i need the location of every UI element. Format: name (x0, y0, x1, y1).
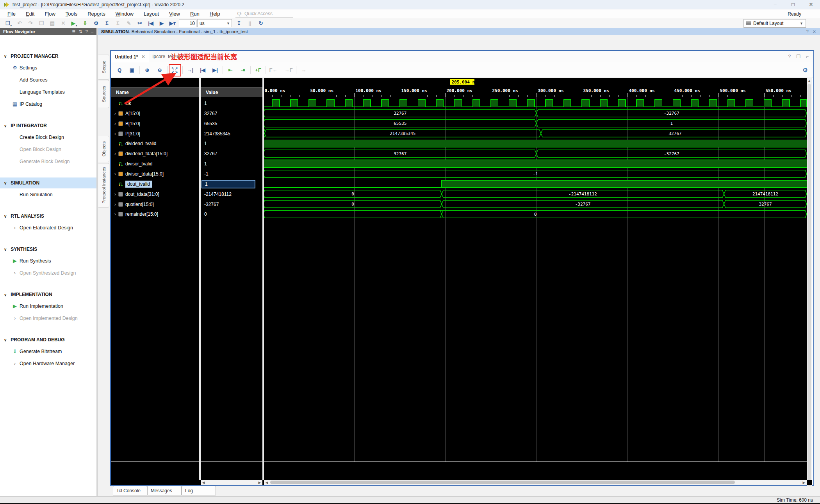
previous-marker-icon[interactable]: Γ← (268, 65, 278, 75)
next-transition-icon[interactable]: ▶| (210, 65, 220, 75)
sidebar-item-open-elaborated-design[interactable]: ›Open Elaborated Design (0, 222, 96, 234)
signal-row-A-15-0-[interactable]: ›A[15:0] (111, 108, 199, 118)
console-tab-tcl-console[interactable]: Tcl Console (113, 486, 147, 495)
sidebar-item-run-synthesis[interactable]: ▶Run Synthesis (0, 255, 96, 267)
sidebar-item-generate-bitstream[interactable]: ⇓Generate Bitstream (0, 345, 96, 357)
help-icon[interactable]: ? (788, 54, 791, 59)
report-sum-icon[interactable]: Σ (102, 19, 112, 27)
flow-nav-header-icon-2[interactable]: ? (86, 29, 88, 34)
expand-icon[interactable]: › (112, 110, 118, 116)
menu-run[interactable]: Run (185, 10, 205, 18)
run-time-input[interactable] (179, 19, 196, 27)
signal-row-dividend-tvalid[interactable]: dividend_tvalid (111, 138, 199, 148)
restart-icon[interactable]: |◀ (146, 19, 155, 27)
settings-gear-icon[interactable]: ⚙ (91, 19, 101, 27)
delete-icon[interactable]: ✕ (59, 19, 68, 27)
flow-section-ip-integrator[interactable]: ∨IP INTEGRATOR (0, 120, 96, 131)
expand-icon[interactable]: › (112, 201, 118, 207)
menu-layout[interactable]: Layout (139, 10, 164, 18)
signal-value-dout-tvalid[interactable]: 1 (201, 179, 262, 189)
wave-settings-gear-icon[interactable]: ⚙ (803, 67, 808, 74)
run-all-icon[interactable]: ▶ (157, 19, 166, 27)
signal-row-dout-tdata-31-0-[interactable]: ›dout_tdata[31:0] (111, 189, 199, 199)
time-unit-select[interactable]: us ▼ (197, 19, 232, 27)
zoom-to-cursor-icon[interactable]: →| (185, 65, 195, 75)
menu-view[interactable]: View (164, 10, 185, 18)
side-tab-scope[interactable]: Scope (98, 55, 109, 80)
flow-section-implementation[interactable]: ∨IMPLEMENTATION (0, 289, 96, 300)
side-tab-protocol-instances[interactable]: Protocol Instances (98, 163, 109, 208)
expand-icon[interactable]: › (112, 191, 118, 197)
sidebar-item-open-hardware-manager[interactable]: ›Open Hardware Manager (0, 357, 96, 369)
vertical-scrollbar[interactable]: ▲ (807, 78, 812, 504)
signal-value-dividend-tdata-15-0-[interactable]: 32767 (201, 149, 262, 158)
signal-value-B-15-0-[interactable]: 65535 (201, 119, 262, 128)
redo-icon[interactable]: ↷ (26, 19, 35, 27)
save-icon[interactable]: ▣ (127, 65, 137, 75)
minimize-button[interactable]: – (766, 0, 784, 9)
float-window-icon[interactable]: ❐ (796, 54, 800, 59)
next-marker-icon[interactable]: →Γ (283, 65, 294, 75)
scroll-up-icon[interactable]: ▲ (807, 78, 812, 83)
flow-nav-header-icon-0[interactable]: ≣ (72, 29, 75, 34)
pause-icon[interactable]: || (245, 19, 255, 27)
swap-cursors-icon[interactable]: ↔ (299, 65, 309, 75)
undo-icon[interactable]: ↶ (15, 19, 24, 27)
signal-value-divisor-tdata-15-0-[interactable]: -1 (201, 169, 262, 179)
signal-row-clk[interactable]: clk (111, 98, 199, 108)
open-project-icon[interactable]: ❒▾ (4, 19, 13, 27)
side-tab-objects[interactable]: Objects (98, 136, 109, 162)
flow-section-simulation[interactable]: ∨SIMULATION (0, 177, 96, 188)
menu-reports[interactable]: Reports (82, 10, 111, 18)
breakpoint-icon[interactable]: ✂ (135, 19, 144, 27)
signal-row-dout-tvalid[interactable]: dout_tvalid (111, 179, 199, 189)
scrollbar-thumb[interactable] (270, 481, 735, 484)
menu-flow[interactable]: Flow (39, 10, 60, 18)
copy-icon[interactable]: ❐ (37, 19, 46, 27)
menu-help[interactable]: Help (205, 10, 225, 18)
layout-selector[interactable]: Default Layout ▼ (743, 19, 806, 28)
edit-disabled-icon[interactable]: ✎ (124, 19, 134, 27)
relaunch-icon[interactable]: ↻ (256, 19, 266, 27)
sidebar-item-settings[interactable]: ⚙Settings (0, 62, 96, 74)
zoom-fit-icon[interactable]: ↖↗↙↘ (170, 65, 180, 75)
zoom-out-icon[interactable]: ⊖ (155, 65, 165, 75)
expand-icon[interactable]: › (112, 121, 118, 126)
flow-section-program-and-debug[interactable]: ∨PROGRAM AND DEBUG (0, 334, 96, 345)
expand-icon[interactable]: › (112, 151, 118, 156)
flow-section-project-manager[interactable]: ∨PROJECT MANAGER (0, 51, 96, 62)
expand-icon[interactable]: › (112, 171, 118, 177)
run-icon[interactable]: ▶▾ (70, 19, 79, 27)
scroll-right-icon[interactable]: ▶ (801, 481, 807, 484)
close-icon[interactable]: ✕ (813, 29, 816, 34)
signal-row-remainder-15-0-[interactable]: ›remainder[15:0] (111, 209, 199, 219)
signal-value-divisor-tvalid[interactable]: 1 (201, 159, 262, 169)
flow-section-synthesis[interactable]: ∨SYNTHESIS (0, 244, 96, 255)
signal-row-B-15-0-[interactable]: ›B[15:0] (111, 119, 199, 128)
zoom-in-icon[interactable]: ⊕ (142, 65, 152, 75)
scroll-left-icon[interactable]: ◀ (264, 481, 269, 484)
expand-icon[interactable]: › (112, 211, 118, 217)
close-tab-icon[interactable]: ✕ (141, 54, 145, 59)
signal-value-dividend-tvalid[interactable]: 1 (201, 138, 262, 148)
step-to-icon[interactable]: ↧ (234, 19, 244, 27)
menu-edit[interactable]: Edit (21, 10, 39, 18)
expand-icon[interactable]: › (112, 131, 118, 137)
wave-tab-untitled-1-[interactable]: Untitled 1*✕ (111, 51, 149, 62)
signal-row-P-31-0-[interactable]: ›P[31:0] (111, 129, 199, 138)
run-for-time-icon[interactable]: ▶ᴛ (168, 19, 177, 27)
signal-value-clk[interactable]: 1 (201, 98, 262, 108)
console-tab-log[interactable]: Log (182, 486, 216, 495)
menu-file[interactable]: File (2, 10, 21, 18)
signal-value-P-31-0-[interactable]: 2147385345 (201, 129, 262, 138)
flow-section-rtl-analysis[interactable]: ∨RTL ANALYSIS (0, 211, 96, 222)
side-tab-sources[interactable]: Sources (98, 80, 109, 108)
flow-nav-header-icon-1[interactable]: ⇅ (79, 29, 82, 34)
console-tab-messages[interactable]: Messages (147, 486, 182, 495)
paste-icon[interactable]: ▤ (48, 19, 57, 27)
value-hscrollbar[interactable]: ◀ ▶ (201, 480, 262, 485)
signal-row-dividend-tdata-15-0-[interactable]: ›dividend_tdata[15:0] (111, 149, 199, 158)
help-icon[interactable]: ? (806, 29, 809, 34)
sidebar-item-run-simulation[interactable]: Run Simulation (0, 188, 96, 201)
waveform-canvas[interactable]: 0.000 ns50.000 ns100.000 ns150.000 ns200… (264, 78, 807, 480)
